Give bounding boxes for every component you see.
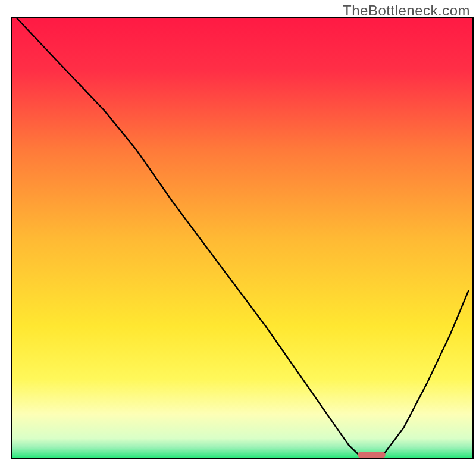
chart-container: TheBottleneck.com	[0, 0, 476, 476]
optimal-marker	[358, 452, 386, 458]
gradient-background	[12, 18, 473, 458]
bottleneck-chart	[0, 0, 476, 476]
